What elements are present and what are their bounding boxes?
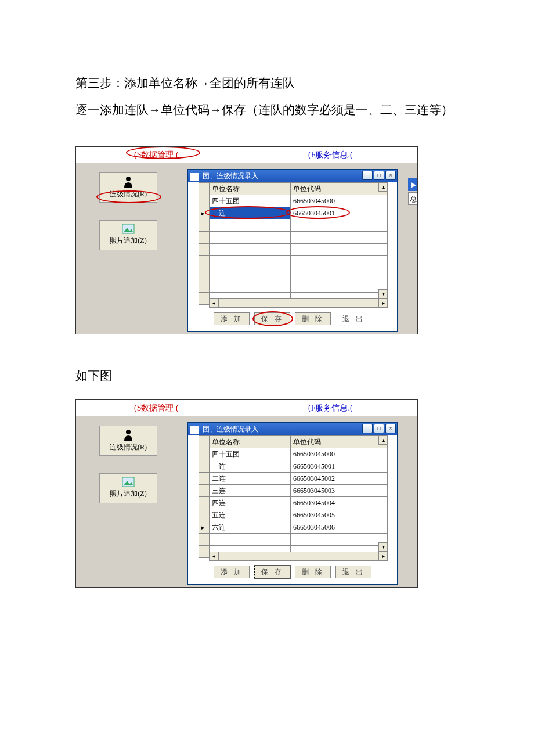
table-row[interactable] (199, 232, 388, 244)
data-grid[interactable]: 单位名称 单位代码 四十五团666503045000 一连66650304500… (199, 435, 388, 561)
scroll-right-button[interactable]: ▸ (378, 552, 388, 561)
header-row: 单位名称 单位代码 (199, 436, 388, 448)
sidebar: 连级情况(R) 照片追加(Z) (76, 163, 186, 334)
table-row[interactable]: 三连666503045003 (199, 485, 388, 497)
sidebar-btn-company-status[interactable]: 连级情况(R) (99, 426, 157, 456)
data-grid[interactable]: 单位名称 单位代码 四十五团 666503045000 ▸ 一连 (199, 182, 388, 308)
cell-name[interactable]: 一连 (210, 460, 291, 473)
table-row[interactable] (199, 280, 388, 293)
menu-data-mgmt[interactable]: (S数据管理 ( (134, 150, 179, 160)
minimize-button[interactable]: _ (362, 171, 373, 180)
screenshot-2: (S数据管理 ( (F服务信息.( 连级情况(R) 照片追加(Z) 团、连级情况… (75, 399, 418, 588)
scroll-down-button[interactable]: ▾ (378, 289, 388, 298)
cell-code[interactable]: 666503045001 (291, 460, 388, 473)
scroll-left-button[interactable]: ◂ (209, 298, 218, 308)
sidebar-btn-company-status[interactable]: 连级情况(R) (99, 172, 157, 203)
cell-name[interactable]: 三连 (210, 485, 291, 497)
hscroll-track[interactable] (218, 552, 378, 561)
table-row[interactable] (199, 219, 388, 232)
exit-button[interactable]: 退 出 (335, 566, 371, 578)
sidebar-btn-label: 连级情况(R) (110, 190, 147, 198)
save-button[interactable]: 保 存 (254, 312, 290, 325)
row-indicator: ▸ (199, 207, 210, 219)
col-code-header[interactable]: 单位代码 (291, 183, 388, 195)
delete-button[interactable]: 删 除 (295, 566, 331, 578)
window-titlebar[interactable]: 团、连级情况录入 _ □ × (188, 170, 397, 182)
menu-service-info[interactable]: (F服务信息.( (308, 150, 353, 160)
cell-code[interactable]: 666503045001 (291, 207, 388, 219)
sidebar-btn-photo-add[interactable]: 照片追加(Z) (99, 473, 157, 503)
cell-name[interactable]: 五连 (210, 509, 291, 521)
label-below: 如下图 (75, 363, 459, 388)
child-window: 团、连级情况录入 _ □ × 单位名称 单位代码 四十五团66650304500… (187, 422, 398, 585)
window-footer: 添 加 保 存 删 除 退 出 (188, 312, 397, 327)
table-row[interactable] (199, 268, 388, 280)
close-button[interactable]: × (385, 171, 396, 180)
cell-code[interactable]: 666503045000 (291, 448, 388, 460)
menu-data-mgmt[interactable]: (S数据管理 ( (134, 403, 179, 413)
table-row[interactable] (199, 534, 388, 546)
sidebar-btn-photo-add[interactable]: 照片追加(Z) (99, 220, 157, 250)
content-area: 连级情况(R) 照片追加(Z) 团、连级情况录入 _ □ × (76, 416, 417, 587)
cell-name[interactable]: 一连 (210, 207, 291, 219)
person-icon (122, 429, 134, 441)
scroll-down-button[interactable]: ▾ (378, 542, 388, 552)
sidebar-btn-label: 照片追加(Z) (110, 236, 146, 244)
col-name-header[interactable]: 单位名称 (210, 183, 291, 195)
table-row[interactable]: 四十五团666503045000 (199, 448, 388, 460)
maximize-button[interactable]: □ (374, 424, 384, 433)
table-row[interactable]: 四十五团 666503045000 (199, 195, 388, 207)
table-row[interactable]: ▸ 一连 666503045001 (199, 207, 388, 219)
table-row[interactable] (199, 244, 388, 256)
cell-name[interactable]: 四十五团 (210, 195, 291, 207)
hscroll-track[interactable] (218, 298, 378, 308)
delete-button[interactable]: 删 除 (295, 312, 331, 325)
close-button[interactable]: × (385, 424, 396, 433)
col-name-header[interactable]: 单位名称 (210, 436, 291, 448)
instruction-paragraph: 第三步：添加单位名称→全团的所有连队 逐一添加连队→单位代码→保存（连队的数字必… (75, 70, 459, 123)
col-code-header[interactable]: 单位代码 (291, 436, 388, 448)
window-icon (190, 173, 199, 181)
paragraph-2: 逐一添加连队→单位代码→保存（连队的数字必须是一、二、三连等） (75, 96, 459, 123)
cell-code[interactable]: 666503045004 (291, 497, 388, 509)
cell-code[interactable]: 666503045005 (291, 509, 388, 521)
table-row[interactable] (199, 256, 388, 268)
window-controls: _ □ × (362, 171, 396, 180)
window-title: 团、连级情况录入 (203, 425, 258, 433)
cell-name[interactable]: 四连 (210, 497, 291, 509)
svg-point-0 (126, 177, 131, 181)
maximize-button[interactable]: □ (374, 171, 384, 180)
scroll-up-button[interactable]: ▴ (378, 182, 388, 192)
table-row[interactable]: 一连666503045001 (199, 460, 388, 473)
table-row[interactable]: ▸六连666503045006 (199, 521, 388, 534)
cell-name[interactable]: 六连 (210, 521, 291, 534)
table-row[interactable]: 四连666503045004 (199, 497, 388, 509)
cell-code[interactable]: 666503045002 (291, 473, 388, 485)
window-titlebar[interactable]: 团、连级情况录入 _ □ × (188, 423, 397, 435)
save-button[interactable]: 保 存 (254, 566, 290, 578)
exit-button[interactable]: 退 出 (335, 313, 371, 326)
table-row[interactable]: 五连666503045005 (199, 509, 388, 521)
menu-bar: (S数据管理 ( (F服务信息.( (76, 147, 417, 163)
menu-service-info[interactable]: (F服务信息.( (308, 403, 353, 413)
svg-point-3 (126, 430, 131, 434)
side-tab-label[interactable]: 总 (408, 192, 418, 205)
scroll-right-button[interactable]: ▸ (378, 298, 388, 308)
table-row[interactable]: 二连666503045002 (199, 473, 388, 485)
scroll-up-button[interactable]: ▴ (378, 435, 388, 445)
minimize-button[interactable]: _ (362, 424, 373, 433)
menu-bar: (S数据管理 ( (F服务信息.( (76, 400, 417, 416)
person-icon (122, 175, 134, 188)
indicator-header (199, 436, 210, 448)
add-button[interactable]: 添 加 (214, 566, 250, 578)
scroll-left-button[interactable]: ◂ (209, 552, 218, 561)
window-icon (190, 426, 199, 434)
cell-code[interactable]: 666503045006 (291, 521, 388, 534)
cell-name[interactable]: 二连 (210, 473, 291, 485)
cell-code[interactable]: 666503045003 (291, 485, 388, 497)
side-tab-icon[interactable]: ▶ (408, 178, 418, 191)
cell-code[interactable]: 666503045000 (291, 195, 388, 207)
sidebar: 连级情况(R) 照片追加(Z) (76, 416, 186, 587)
add-button[interactable]: 添 加 (214, 312, 250, 325)
cell-name[interactable]: 四十五团 (210, 448, 291, 460)
